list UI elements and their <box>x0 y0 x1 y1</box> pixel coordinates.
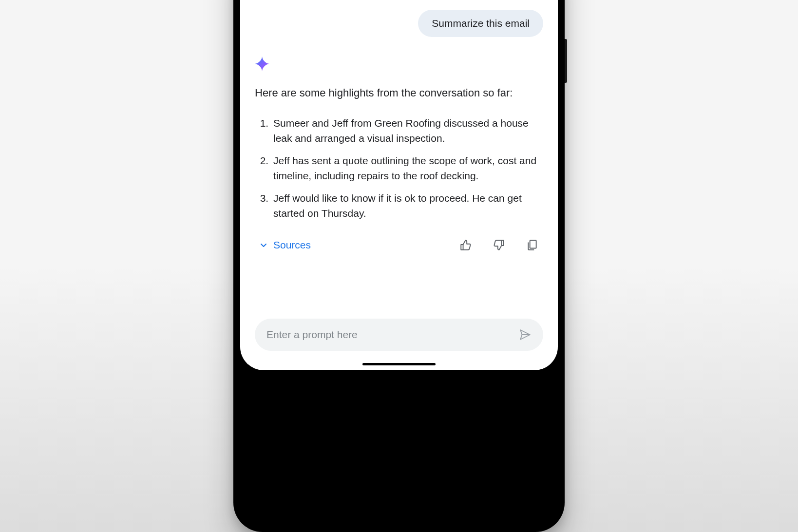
list-item: Sumeer and Jeff from Green Roofing discu… <box>271 115 543 146</box>
list-item: Jeff would like to know if it is ok to p… <box>271 190 543 221</box>
thumbs-down-icon[interactable] <box>493 239 505 251</box>
screen: Gemini Summarize this email <box>240 0 558 370</box>
copy-icon[interactable] <box>526 239 538 251</box>
feedback-actions <box>459 239 538 251</box>
send-icon[interactable] <box>519 328 532 341</box>
svg-rect-2 <box>530 240 536 248</box>
phone-side-button <box>565 39 567 83</box>
thumbs-up-icon[interactable] <box>459 239 472 251</box>
user-message-bubble: Summarize this email <box>418 10 543 37</box>
home-indicator[interactable] <box>362 363 436 365</box>
phone-frame: Gemini Summarize this email <box>233 0 565 532</box>
response-actions: Sources <box>255 239 543 251</box>
response-list: Sumeer and Jeff from Green Roofing discu… <box>255 115 543 221</box>
sources-label: Sources <box>273 239 311 251</box>
user-message-row: Summarize this email <box>255 10 543 37</box>
gemini-spark-color-icon <box>255 57 543 71</box>
sources-button[interactable]: Sources <box>255 239 311 251</box>
list-item: Jeff has sent a quote outlining the scop… <box>271 153 543 184</box>
response-intro-text: Here are some highlights from the conver… <box>255 86 543 101</box>
prompt-input[interactable]: Enter a prompt here <box>255 319 543 351</box>
prompt-placeholder: Enter a prompt here <box>266 329 519 341</box>
